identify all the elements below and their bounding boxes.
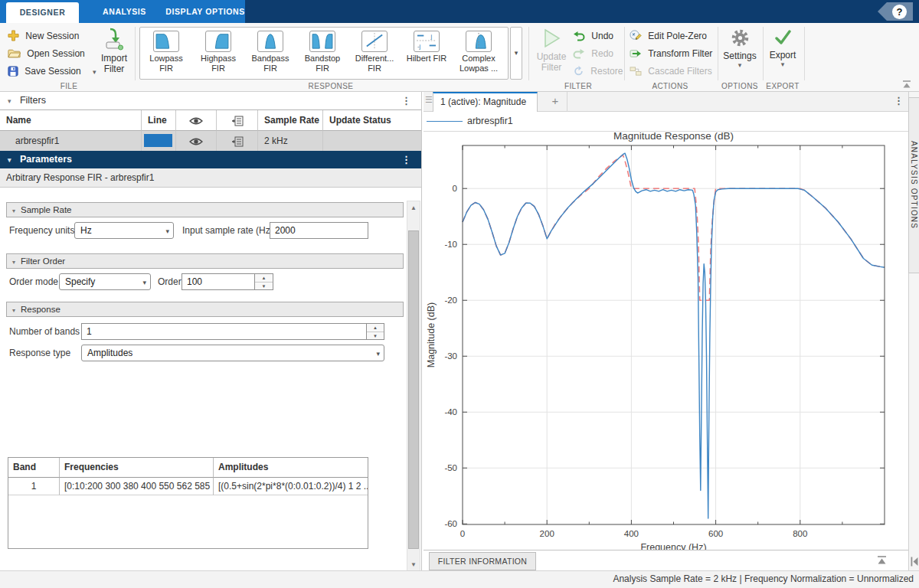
highpass-fir-button[interactable]: HighpassFIR [192, 28, 244, 79]
order-label: Order [158, 273, 182, 290]
svg-text:Magnitude (dB): Magnitude (dB) [426, 302, 437, 368]
svg-text:400: 400 [624, 529, 639, 538]
legend-line-sample [427, 121, 463, 122]
undo-button[interactable]: Undo [573, 29, 613, 43]
number-of-bands-field[interactable]: 1 [81, 323, 367, 340]
bandstop-fir-icon [309, 31, 335, 52]
settings-button[interactable]: Settings ▾ [718, 28, 761, 69]
filter-row-sample-rate[interactable]: 2 kHz [258, 131, 323, 151]
response-gallery-expand-button[interactable]: ▾ [510, 27, 522, 80]
parameters-scrollbar[interactable]: ▲ ▼ [407, 201, 420, 570]
frequencies-cell[interactable]: [0:10:200 300 380 400 550 562 585 ... [60, 478, 214, 495]
order-stepper[interactable]: ▲▼ [255, 273, 273, 290]
group-header-sample-rate[interactable]: ▾Sample Rate [6, 202, 404, 217]
filters-parameters-panel: ▾ Filters ⋮ Name Line Sample Rate Update… [0, 92, 422, 570]
collapse-filters-icon[interactable]: ▾ [8, 97, 11, 105]
column-header-visibility[interactable] [176, 110, 217, 131]
column-header-name[interactable]: Name [0, 110, 142, 131]
analysis-menu-icon[interactable]: ⋮ [894, 95, 904, 106]
magnitude-analysis-tab[interactable]: 1 (active): Magnitude ✕ [433, 92, 538, 112]
bandstop-fir-button[interactable]: BandstopFIR [296, 28, 348, 79]
export-button[interactable]: Export ▾ [764, 28, 801, 68]
filters-menu-icon[interactable]: ⋮ [401, 92, 411, 109]
number-of-bands-stepper[interactable]: ▲▼ [367, 323, 384, 340]
save-session-button[interactable]: Save Session ▾ [8, 64, 96, 78]
collapse-bottom-panel-button[interactable] [876, 555, 888, 568]
line-color-swatch[interactable] [144, 134, 172, 147]
section-label-options: OPTIONS [718, 82, 761, 91]
edit-pole-zero-button[interactable]: Edit Pole-Zero [630, 29, 707, 43]
input-sample-rate-label: Input sample rate (Hz) [182, 222, 273, 239]
help-button[interactable]: ? [878, 2, 913, 21]
minimize-ribbon-button[interactable] [901, 80, 913, 92]
filter-row-visibility[interactable] [176, 131, 217, 151]
order-mode-label: Order mode [9, 273, 58, 290]
differentiator-fir-button[interactable]: Different...FIR [348, 28, 401, 79]
hilbert-fir-button[interactable]: j-jHilbert FIR [401, 28, 453, 79]
collapse-parameters-icon[interactable]: ▾ [8, 156, 11, 164]
tab-grip-icon[interactable]: ☰ [425, 95, 433, 105]
new-analysis-tab-button[interactable]: + [544, 92, 567, 112]
open-session-button[interactable]: Open Session [8, 47, 85, 60]
filters-table: Name Line Sample Rate Update Status arbr… [0, 109, 422, 152]
filter-row-line[interactable] [142, 131, 176, 151]
order-mode-dropdown[interactable]: Specify▾ [59, 273, 151, 290]
import-filter-button[interactable]: Import Filter [96, 28, 132, 74]
analysis-tab-bar: ☰ 1 (active): Magnitude ✕ + ⋮ [424, 92, 908, 112]
lowpass-fir-button[interactable]: LowpassFIR [140, 28, 192, 79]
column-header-update-status[interactable]: Update Status [323, 110, 422, 131]
column-header-line[interactable]: Line [142, 110, 176, 131]
lowpass-fir-icon [153, 31, 179, 52]
redo-button[interactable]: Redo [573, 47, 613, 60]
parameters-menu-icon[interactable]: ⋮ [401, 151, 411, 168]
new-session-button[interactable]: New Session [8, 29, 79, 43]
tab-designer[interactable]: DESIGNER [6, 2, 79, 23]
amplitudes-cell[interactable]: [(0.5+sin(2*pi*8*(0:0.01:0.2))/4) 1 2 ..… [214, 478, 368, 495]
edit-pole-zero-icon [630, 29, 642, 45]
svg-text:-40: -40 [444, 407, 457, 416]
stepper-down-icon[interactable]: ▼ [367, 332, 384, 340]
section-label-actions: ACTIONS [628, 82, 712, 91]
input-sample-rate-field[interactable]: 2000 [270, 222, 368, 239]
scrollbar-thumb[interactable] [408, 230, 419, 549]
restore-button[interactable]: Restore [573, 64, 623, 78]
analysis-options-side-tab[interactable]: ANALYSIS OPTIONS [908, 97, 919, 273]
save-session-caret-icon[interactable]: ▾ [93, 68, 96, 76]
transform-filter-button[interactable]: Transform Filter [630, 47, 712, 60]
scroll-up-icon[interactable]: ▲ [407, 201, 420, 214]
response-type-dropdown[interactable]: Amplitudes▾ [81, 345, 384, 361]
svg-text:0: 0 [453, 184, 457, 193]
minimize-ribbon-icon [901, 80, 913, 90]
stepper-up-icon[interactable]: ▲ [367, 324, 384, 332]
tab-display-options[interactable]: DISPLAY OPTIONS [163, 0, 247, 23]
tab-analysis[interactable]: ANALYSIS [88, 0, 161, 23]
expand-panel-button[interactable] [910, 556, 919, 570]
parameters-panel-header: ▾ Parameters ⋮ [0, 151, 422, 168]
update-filter-button[interactable]: Update Filter [534, 28, 569, 73]
filter-row-name[interactable]: arbrespfir1 [0, 131, 142, 151]
bandpass-fir-button[interactable]: BandpassFIR [244, 28, 296, 79]
order-field[interactable]: 100 [182, 273, 255, 290]
stepper-up-icon[interactable]: ▲ [255, 274, 273, 283]
column-header-sample-rate[interactable]: Sample Rate [258, 110, 323, 131]
ribbon-separator [528, 27, 529, 80]
frequency-units-dropdown[interactable]: Hz▾ [74, 222, 174, 239]
stepper-down-icon[interactable]: ▼ [255, 283, 273, 290]
cascade-filters-button[interactable]: Cascade Filters [630, 64, 712, 78]
differentiator-fir-icon [361, 31, 388, 52]
group-header-response[interactable]: ▾Response [6, 302, 404, 317]
highpass-fir-icon [205, 31, 231, 52]
svg-text:Magnitude Response (dB): Magnitude Response (dB) [613, 132, 734, 142]
group-header-filter-order[interactable]: ▾Filter Order [6, 253, 404, 269]
column-header-info[interactable] [217, 110, 258, 131]
new-session-plus-icon [8, 30, 19, 45]
band-cell[interactable]: 1 [8, 478, 60, 495]
complex-lowpass-fir-button[interactable]: ComplexLowpas ... [453, 28, 505, 79]
parameters-scroll-area: ▾Sample Rate Frequency units Hz▾ Input s… [0, 201, 406, 570]
filter-row-update-status[interactable] [323, 131, 422, 151]
filter-row-info[interactable] [217, 131, 258, 151]
magnitude-response-chart[interactable]: 02004006008000-10-20-30-40-50-60Magnitud… [424, 132, 908, 550]
filter-information-tab[interactable]: FILTER INFORMATION [429, 552, 536, 570]
scroll-down-icon[interactable]: ▼ [407, 558, 420, 570]
titlebar: DESIGNER ANALYSIS DISPLAY OPTIONS ? [0, 0, 919, 23]
